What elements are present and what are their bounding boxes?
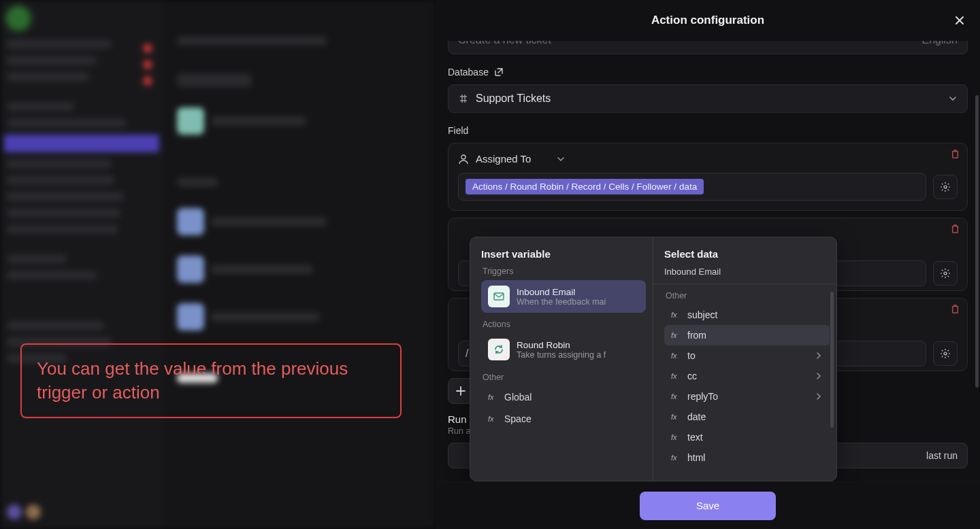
other-space[interactable]: fx Space: [481, 408, 646, 430]
other-global[interactable]: fx Global: [481, 386, 646, 408]
field-settings-button[interactable]: [933, 175, 958, 199]
popover-left-title: Insert variable: [481, 248, 646, 260]
person-icon: [458, 154, 469, 165]
data-field-label: from: [687, 330, 706, 341]
panel-header: Action configuration: [436, 0, 980, 41]
refresh-icon: [488, 339, 510, 360]
field-label: Field: [448, 125, 968, 136]
fx-icon: fx: [671, 351, 681, 360]
svg-point-0: [461, 155, 466, 159]
field-card-assigned-to: Assigned To Actions / Round Robin / Reco…: [448, 143, 968, 211]
field-settings-button[interactable]: [933, 261, 958, 286]
trash-icon: [950, 304, 960, 314]
data-field-label: replyTo: [687, 391, 718, 402]
delete-field-button[interactable]: [950, 304, 960, 314]
data-field-from[interactable]: fxfrom: [664, 325, 830, 345]
data-field-subject[interactable]: fxsubject: [664, 305, 830, 325]
plus-icon: [455, 386, 466, 396]
data-field-label: html: [687, 452, 705, 463]
action-desc: Take turns assigning a f: [517, 350, 606, 360]
fx-icon: fx: [671, 392, 681, 401]
svg-text:fx: fx: [488, 393, 494, 401]
action-type-dropdown[interactable]: Create a new ticket English: [448, 41, 968, 54]
popover-left-column: Insert variable Triggers Inbound Email W…: [470, 237, 653, 481]
trash-icon: [950, 224, 960, 234]
action-type-lang: English: [922, 41, 958, 46]
hint-callout: You can get the value from the previous …: [20, 343, 402, 418]
data-field-html[interactable]: fxhtml: [664, 447, 830, 468]
data-field-label: text: [687, 432, 703, 443]
delete-field-button[interactable]: [950, 224, 960, 234]
svg-rect-4: [494, 293, 504, 300]
gear-icon: [940, 348, 951, 359]
close-icon: [953, 14, 966, 27]
svg-text:fx: fx: [671, 311, 677, 319]
blurred-background: [0, 0, 436, 529]
close-button[interactable]: [951, 12, 968, 29]
fx-icon: fx: [671, 330, 681, 340]
action-round-robin[interactable]: Round Robin Take turns assigning a f: [481, 333, 646, 366]
fx-icon: fx: [671, 432, 681, 442]
fx-icon: fx: [671, 412, 681, 422]
fx-icon: fx: [488, 392, 497, 402]
panel-title: Action configuration: [651, 14, 764, 27]
database-value: Support Tickets: [476, 92, 551, 105]
data-field-replyTo[interactable]: fxreplyTo: [664, 386, 830, 407]
slash-text: /: [466, 347, 468, 360]
gear-icon: [940, 268, 951, 279]
svg-point-3: [944, 352, 947, 355]
svg-text:fx: fx: [671, 372, 677, 380]
fx-icon: fx: [488, 414, 497, 424]
save-button[interactable]: Save: [640, 492, 776, 520]
run-last-label: last run: [926, 450, 958, 461]
scrollbar-thumb[interactable]: [975, 95, 979, 388]
svg-text:fx: fx: [671, 413, 677, 421]
data-field-cc[interactable]: fxcc: [664, 366, 830, 386]
fx-icon: fx: [671, 371, 681, 381]
chevron-down-icon: [948, 94, 958, 103]
data-field-label: date: [687, 411, 706, 422]
fx-icon: fx: [671, 310, 681, 320]
delete-field-button[interactable]: [950, 149, 960, 159]
popover-right-title: Select data: [664, 248, 830, 260]
data-field-text[interactable]: fxtext: [664, 427, 830, 447]
variable-token[interactable]: Actions / Round Robin / Record / Cells /…: [466, 179, 704, 194]
svg-text:fx: fx: [671, 352, 677, 360]
action-type-value: Create a new ticket: [458, 41, 551, 46]
section-actions: Actions: [483, 320, 646, 329]
trash-icon: [950, 149, 960, 159]
popover-right-column: Select data Inbound Email Other fxsubjec…: [653, 237, 836, 481]
svg-text:fx: fx: [671, 392, 677, 400]
gear-icon: [940, 182, 951, 192]
data-field-label: cc: [687, 371, 697, 381]
database-dropdown[interactable]: Support Tickets: [448, 84, 968, 113]
section-data-other: Other: [666, 291, 830, 301]
hint-text: You can get the value from the previous …: [37, 358, 348, 403]
data-field-date[interactable]: fxdate: [664, 407, 830, 427]
svg-text:fx: fx: [488, 415, 494, 423]
trigger-name: Inbound Email: [517, 287, 606, 297]
svg-point-2: [944, 272, 947, 275]
fx-icon: fx: [671, 453, 681, 462]
hash-icon: [458, 93, 469, 104]
data-field-to[interactable]: fxto: [664, 345, 830, 366]
popover-scrollbar[interactable]: [830, 292, 834, 428]
section-other: Other: [483, 373, 646, 382]
action-config-panel: Action configuration Create a new ticket…: [436, 0, 980, 529]
panel-footer: Save: [436, 481, 980, 529]
trigger-inbound-email[interactable]: Inbound Email When the feedback mai: [481, 280, 646, 313]
chevron-right-icon: [815, 392, 823, 400]
field-settings-button[interactable]: [933, 341, 958, 366]
field-selector[interactable]: Assigned To: [458, 153, 958, 165]
svg-point-1: [944, 186, 947, 188]
mail-icon: [488, 286, 510, 307]
action-name: Round Robin: [517, 340, 606, 350]
popover-right-sub: Inbound Email: [664, 267, 830, 277]
svg-text:fx: fx: [671, 331, 677, 339]
svg-text:fx: fx: [671, 433, 677, 441]
field-value-input[interactable]: Actions / Round Robin / Record / Cells /…: [458, 173, 926, 201]
insert-variable-popover: Insert variable Triggers Inbound Email W…: [470, 237, 837, 481]
svg-text:fx: fx: [671, 454, 677, 462]
database-label: Database: [448, 67, 968, 78]
external-link-icon[interactable]: [494, 67, 504, 77]
